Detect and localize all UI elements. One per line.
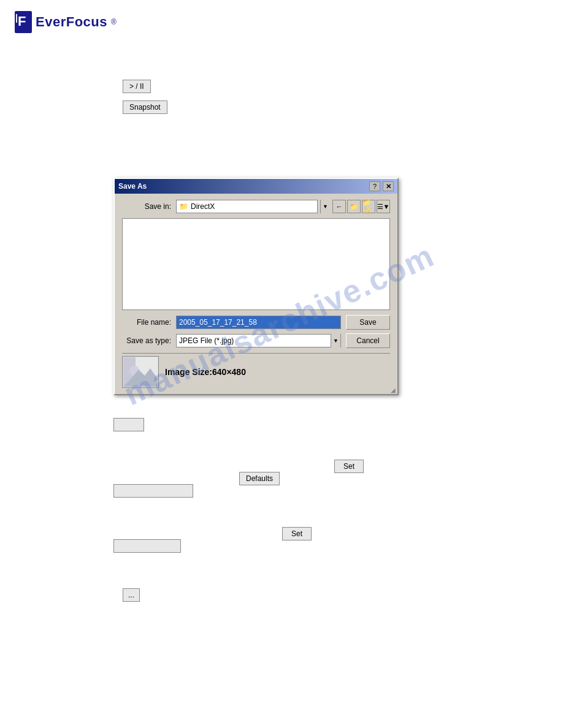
dialog-titlebar: Save As ? ✕ [115, 179, 397, 194]
cancel-button[interactable]: Cancel [346, 333, 390, 348]
save-in-row: Save in: 📁 DirectX ▼ ← 📁 📁✨ ☰▼ [122, 200, 390, 213]
defaults-button[interactable]: Defaults [239, 472, 280, 485]
set-button-2[interactable]: Set [282, 527, 312, 540]
svg-text:F: F [18, 13, 26, 29]
save-as-dialog: Save As ? ✕ Save in: 📁 DirectX ▼ ← 📁 📁✨ … [113, 178, 399, 395]
dialog-title-buttons: ? ✕ [369, 181, 394, 191]
save-in-label: Save in: [122, 202, 171, 211]
dialog-close-button[interactable]: ✕ [383, 181, 394, 191]
preview-row: Image Size:640×480 [122, 353, 390, 388]
dots-button[interactable]: ... [123, 588, 140, 602]
play-pause-button[interactable]: > / II [123, 80, 151, 93]
view-button[interactable]: ☰▼ [377, 200, 390, 213]
svg-text:|: | [15, 13, 18, 23]
medium-button-2[interactable] [113, 539, 181, 553]
everfocus-logo-icon: F | [15, 11, 32, 33]
filename-row: File name: Save [122, 315, 390, 330]
filetype-text: JPEG File (*.jpg) [177, 335, 331, 346]
header: F | EverFocus® [0, 0, 563, 39]
file-list-area[interactable] [122, 218, 390, 310]
folder-name: DirectX [191, 202, 215, 211]
set-button-1[interactable]: Set [334, 460, 364, 473]
file-name-input[interactable] [176, 316, 341, 329]
logo-reg: ® [111, 18, 117, 26]
controls-area: > / II Snapshot [123, 80, 167, 114]
dialog-title: Save As [118, 182, 147, 191]
image-size-label: Image Size:640×480 [165, 367, 246, 377]
save-in-dropdown-area: 📁 DirectX ▼ ← 📁 📁✨ ☰▼ [176, 200, 390, 213]
medium-button-1-area [113, 484, 193, 498]
defaults-button-area: Defaults [239, 472, 280, 485]
dialog-body: Save in: 📁 DirectX ▼ ← 📁 📁✨ ☰▼ File name… [115, 194, 397, 394]
snapshot-button[interactable]: Snapshot [123, 100, 167, 114]
medium-button-2-area [113, 539, 181, 553]
save-button[interactable]: Save [346, 315, 390, 330]
logo-text: EverFocus [36, 14, 107, 30]
set-button-1-area: Set [334, 460, 364, 473]
dialog-help-button[interactable]: ? [369, 181, 380, 191]
new-folder-button[interactable]: 📁✨ [362, 200, 375, 213]
filetype-dropdown[interactable]: JPEG File (*.jpg) ▼ [176, 334, 341, 347]
preview-image [123, 357, 158, 387]
folder-dropdown[interactable]: 📁 DirectX [176, 200, 318, 213]
preview-thumbnail [122, 356, 159, 388]
back-button[interactable]: ← [332, 200, 346, 213]
dialog-resize-handle[interactable]: ◢ [389, 385, 397, 394]
up-folder-button[interactable]: 📁 [347, 200, 361, 213]
medium-button-1[interactable] [113, 484, 193, 498]
bottom-small-button-area [113, 418, 144, 435]
set-button-2-area: Set [282, 527, 312, 540]
filetype-row: Save as type: JPEG File (*.jpg) ▼ Cancel [122, 333, 390, 348]
save-as-type-label: Save as type: [122, 336, 171, 345]
dialog-toolbar: ← 📁 📁✨ ☰▼ [332, 200, 390, 213]
bottom-small-button[interactable] [113, 418, 144, 431]
folder-dropdown-arrow[interactable]: ▼ [320, 200, 330, 213]
file-name-label: File name: [122, 318, 171, 327]
logo-container: F | EverFocus® [15, 11, 117, 33]
filetype-dropdown-arrow[interactable]: ▼ [331, 334, 340, 347]
folder-icon: 📁 [179, 202, 188, 211]
